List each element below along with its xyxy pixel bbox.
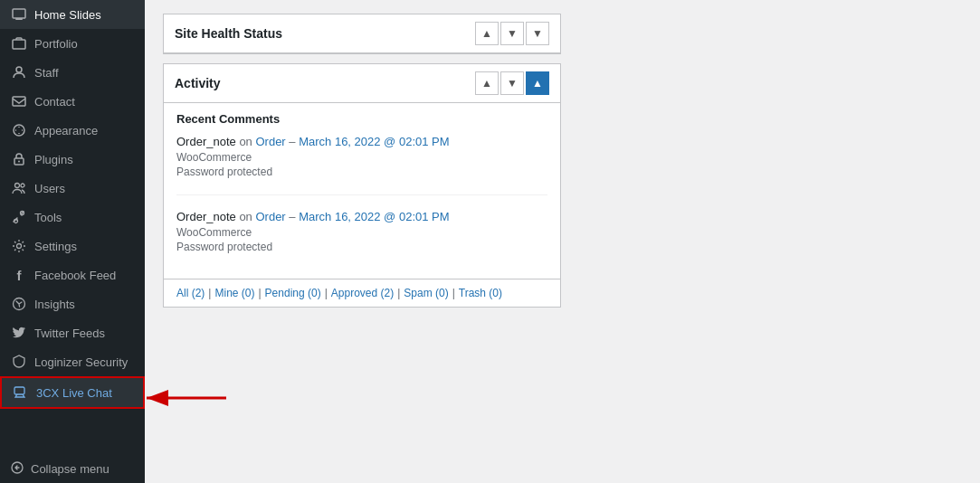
svg-rect-0: [13, 9, 25, 18]
sidebar: Home Slides Portfolio Staff Contact Appe…: [0, 0, 145, 483]
footer-link-trash[interactable]: Trash (0): [459, 287, 502, 299]
loginizer-icon: [11, 354, 27, 370]
sidebar-label-staff: Staff: [34, 66, 59, 80]
insights-icon: [11, 296, 27, 312]
plugins-icon: [11, 151, 27, 167]
contact-icon: [11, 93, 27, 109]
sidebar-item-3cx-live-chat[interactable]: 3CX Live Chat: [0, 376, 145, 409]
comment-dash-1: –: [289, 135, 299, 148]
sidebar-item-home-slides[interactable]: Home Slides: [0, 0, 145, 29]
sidebar-label-appearance: Appearance: [34, 124, 98, 137]
sidebar-item-loginizer-security[interactable]: Loginizer Security: [0, 347, 145, 376]
sidebar-label-contact: Contact: [34, 95, 75, 109]
comment-status-2: Password protected: [176, 241, 547, 253]
comment-line1-2: Order_note on Order – March 16, 2022 @ 0…: [176, 210, 547, 223]
svg-point-5: [14, 125, 24, 136]
comment-entry-1: Order_note on Order – March 16, 2022 @ 0…: [176, 135, 547, 195]
comment-entry-2: Order_note on Order – March 16, 2022 @ 0…: [176, 210, 547, 270]
sidebar-label-home-slides: Home Slides: [34, 8, 101, 22]
activity-body: Recent Comments Order_note on Order – Ma…: [164, 103, 560, 279]
sidebar-item-plugins[interactable]: Plugins: [0, 145, 145, 174]
settings-icon: [11, 238, 27, 254]
site-health-btn-down[interactable]: ▼: [500, 22, 524, 45]
comment-line1-1: Order_note on Order – March 16, 2022 @ 0…: [176, 135, 547, 148]
svg-rect-2: [13, 40, 25, 49]
appearance-icon: [11, 122, 27, 138]
sidebar-label-insights: Insights: [34, 298, 75, 311]
footer-link-pending[interactable]: Pending (0): [265, 287, 321, 299]
comment-dash-2: –: [289, 210, 299, 223]
svg-point-9: [21, 184, 24, 187]
sidebar-item-contact[interactable]: Contact: [0, 87, 145, 116]
svg-point-12: [17, 244, 22, 249]
comment-author-2: Order_note: [176, 210, 236, 223]
collapse-menu[interactable]: Collapse menu: [0, 455, 145, 483]
activity-footer: All (2) | Mine (0) | Pending (0) | Appro…: [164, 279, 560, 307]
footer-link-spam[interactable]: Spam (0): [404, 287, 448, 299]
staff-icon: [11, 64, 27, 80]
sidebar-item-facebook-feed[interactable]: f Facebook Feed: [0, 260, 145, 289]
comment-date-link-1[interactable]: March 16, 2022 @ 02:01 PM: [299, 135, 449, 148]
collapse-menu-label: Collapse menu: [31, 462, 109, 476]
sidebar-label-3cx: 3CX Live Chat: [36, 386, 112, 400]
sidebar-item-staff[interactable]: Staff: [0, 58, 145, 87]
recent-comments-heading: Recent Comments: [176, 112, 547, 126]
footer-link-mine[interactable]: Mine (0): [214, 287, 254, 299]
sidebar-item-users[interactable]: Users: [0, 174, 145, 203]
sep-1: |: [208, 287, 211, 299]
activity-widget: Activity ▲ ▼ ▲ Recent Comments Order_not…: [163, 63, 561, 308]
footer-link-all[interactable]: All (2): [176, 287, 205, 299]
svg-rect-1: [15, 18, 23, 20]
users-icon: [11, 180, 27, 196]
comment-order-link-2[interactable]: Order: [255, 210, 285, 223]
site-health-widget: Site Health Status ▲ ▼ ▼: [163, 14, 561, 54]
3cx-icon: [13, 384, 29, 401]
activity-btn-collapse[interactable]: ▲: [526, 71, 549, 95]
sidebar-label-twitter-feeds: Twitter Feeds: [34, 327, 105, 340]
comment-source-1: WooCommerce: [176, 151, 547, 164]
comment-source-2: WooCommerce: [176, 226, 547, 239]
sidebar-label-facebook-feed: Facebook Feed: [34, 269, 116, 282]
sidebar-label-users: Users: [34, 182, 65, 195]
site-health-btn-menu[interactable]: ▼: [526, 22, 549, 45]
svg-rect-14: [14, 387, 24, 394]
sidebar-item-appearance[interactable]: Appearance: [0, 116, 145, 145]
site-health-btn-up[interactable]: ▲: [475, 22, 499, 45]
sep-4: |: [397, 287, 400, 299]
comment-date-link-2[interactable]: March 16, 2022 @ 02:01 PM: [299, 210, 449, 223]
tools-icon: [11, 209, 27, 225]
sep-2: |: [258, 287, 261, 299]
activity-btn-down[interactable]: ▼: [500, 71, 524, 95]
collapse-icon: [11, 461, 24, 477]
svg-point-3: [16, 67, 22, 72]
facebook-icon: f: [11, 267, 27, 283]
site-health-controls: ▲ ▼ ▼: [475, 22, 549, 45]
sidebar-item-tools[interactable]: Tools: [0, 203, 145, 232]
activity-controls: ▲ ▼ ▲: [475, 71, 549, 95]
sep-5: |: [452, 287, 455, 299]
sidebar-label-plugins: Plugins: [34, 153, 73, 166]
svg-point-7: [18, 161, 20, 163]
sep-3: |: [325, 287, 328, 299]
main-content: Site Health Status ▲ ▼ ▼ Activity ▲ ▼ ▲ …: [145, 0, 980, 483]
portfolio-icon: [11, 35, 27, 52]
svg-point-11: [14, 220, 18, 223]
twitter-icon: [11, 325, 27, 341]
site-health-header: Site Health Status ▲ ▼ ▼: [164, 14, 560, 53]
comment-on-text-2: on: [239, 210, 255, 223]
activity-header: Activity ▲ ▼ ▲: [164, 64, 560, 103]
sidebar-item-twitter-feeds[interactable]: Twitter Feeds: [0, 318, 145, 347]
sidebar-item-portfolio[interactable]: Portfolio: [0, 29, 145, 58]
svg-point-8: [15, 184, 20, 188]
sidebar-item-insights[interactable]: Insights: [0, 289, 145, 318]
home-slides-icon: [11, 6, 27, 23]
activity-btn-up[interactable]: ▲: [475, 71, 499, 95]
comment-order-link-1[interactable]: Order: [255, 135, 285, 148]
sidebar-label-portfolio: Portfolio: [34, 37, 78, 51]
activity-title: Activity: [175, 76, 221, 90]
sidebar-item-settings[interactable]: Settings: [0, 232, 145, 260]
footer-link-approved[interactable]: Approved (2): [331, 287, 394, 299]
svg-rect-4: [13, 97, 25, 106]
comment-author-1: Order_note: [176, 135, 236, 148]
comment-status-1: Password protected: [176, 166, 547, 178]
